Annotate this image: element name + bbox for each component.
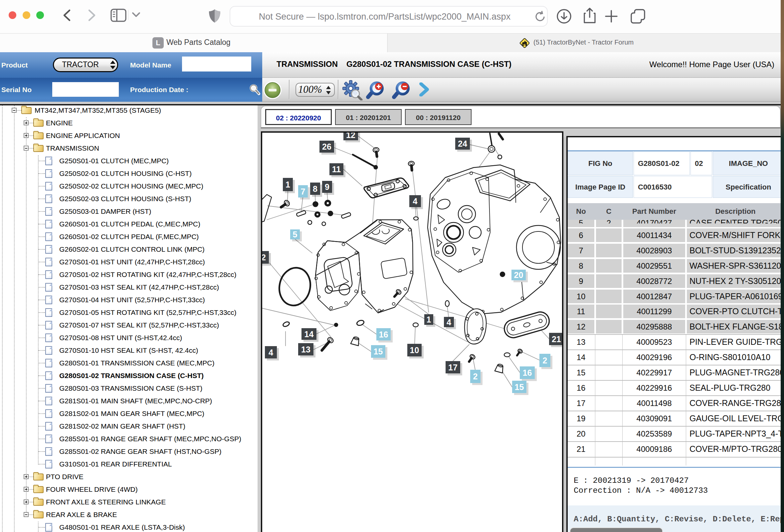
svg-text:15: 15 [515, 382, 524, 392]
svg-text:21: 21 [552, 334, 561, 344]
svg-text:2: 2 [473, 372, 478, 381]
svg-text:20: 20 [514, 270, 524, 279]
svg-text:24: 24 [458, 139, 467, 148]
svg-text:4: 4 [269, 348, 273, 357]
svg-text:26: 26 [322, 142, 331, 151]
svg-text:9: 9 [325, 182, 330, 191]
svg-text:14: 14 [305, 329, 314, 339]
svg-text:16: 16 [379, 330, 388, 339]
svg-text:5: 5 [293, 230, 298, 239]
svg-text:12: 12 [346, 133, 355, 140]
svg-text:4: 4 [447, 318, 451, 327]
svg-text:8: 8 [313, 184, 317, 194]
svg-text:2: 2 [543, 356, 548, 365]
svg-text:1: 1 [427, 315, 431, 324]
svg-text:7: 7 [301, 187, 306, 196]
svg-text:16: 16 [523, 368, 532, 377]
svg-text:15: 15 [374, 347, 383, 356]
svg-text:1: 1 [285, 180, 290, 189]
svg-text:2: 2 [262, 253, 266, 262]
svg-text:10: 10 [410, 346, 419, 355]
svg-text:13: 13 [301, 345, 310, 354]
svg-text:11: 11 [332, 165, 341, 174]
svg-text:4: 4 [413, 197, 418, 206]
svg-text:17: 17 [448, 363, 457, 372]
